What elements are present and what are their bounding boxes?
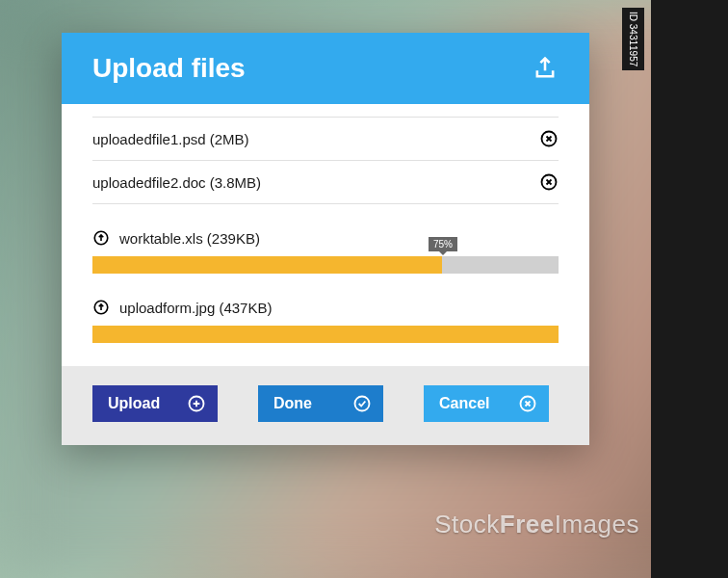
upload-button[interactable]: Upload — [92, 385, 218, 422]
file-label: uploadform.jpg (437KB) — [119, 300, 272, 316]
progress-tooltip: 75% — [429, 237, 457, 251]
watermark-sidebar — [651, 0, 728, 578]
plus-circle-icon — [187, 394, 206, 413]
dialog-body: uploadedfile1.psd (2MB) uploadedfile2.do… — [62, 104, 589, 366]
watermark-id: ID 34311957 — [622, 8, 644, 70]
dialog-footer: Upload Done Cancel — [62, 366, 589, 445]
dialog-title: Upload files — [92, 53, 246, 84]
progress-fill — [92, 256, 442, 274]
upload-arrow-icon — [92, 229, 110, 247]
svg-point-5 — [355, 397, 370, 411]
uploading-file-block: uploadform.jpg (437KB) — [92, 299, 559, 343]
watermark-brand: StockFreeImages — [434, 510, 639, 539]
close-circle-icon — [518, 394, 537, 413]
check-circle-icon — [352, 394, 372, 413]
completed-file-row: uploadedfile1.psd (2MB) — [92, 117, 559, 161]
done-button[interactable]: Done — [258, 385, 383, 422]
upload-button-label: Upload — [108, 395, 160, 412]
dialog-header: Upload files — [62, 33, 589, 104]
file-label: uploadedfile1.psd (2MB) — [92, 131, 249, 147]
done-button-label: Done — [273, 395, 312, 412]
cancel-button-label: Cancel — [439, 395, 489, 412]
progress-bar — [92, 326, 559, 343]
progress-fill — [92, 326, 559, 343]
cancel-button[interactable]: Cancel — [424, 385, 549, 422]
upload-arrow-icon — [92, 299, 110, 316]
upload-icon — [532, 55, 559, 82]
uploading-file-block: worktable.xls (239KB) 75% — [92, 229, 559, 274]
upload-dialog: Upload files uploadedfile1.psd (2MB) upl… — [62, 33, 589, 445]
progress-bar: 75% — [92, 256, 559, 274]
completed-file-row: uploadedfile2.doc (3.8MB) — [92, 160, 559, 204]
remove-file-button[interactable] — [539, 172, 559, 192]
file-label: uploadedfile2.doc (3.8MB) — [92, 174, 261, 191]
file-label: worktable.xls (239KB) — [119, 230, 260, 247]
remove-file-button[interactable] — [539, 129, 559, 148]
